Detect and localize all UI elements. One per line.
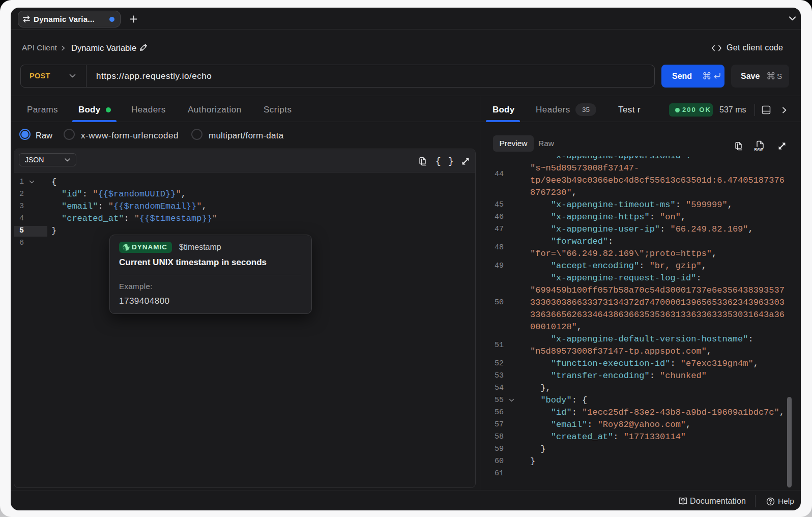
svg-text:RAW: RAW <box>755 147 763 152</box>
